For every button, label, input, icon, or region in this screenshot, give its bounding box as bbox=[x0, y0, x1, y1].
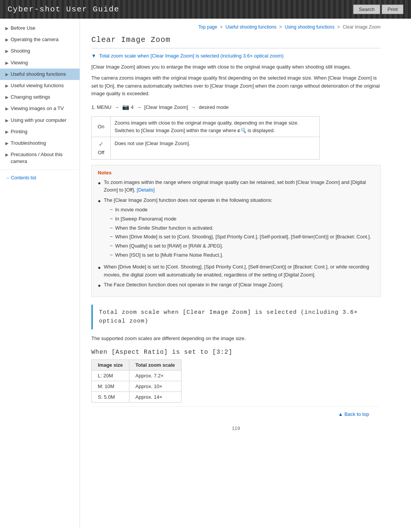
breadcrumb-useful-shooting[interactable]: Useful shooting functions bbox=[225, 24, 276, 30]
arrow-icon: ▶ bbox=[5, 83, 8, 89]
arrow-icon: ▶ bbox=[5, 37, 8, 43]
sidebar-item-label: Before Use bbox=[11, 25, 76, 32]
arrow-icon: ▶ bbox=[5, 118, 8, 123]
step-number: 1. bbox=[91, 104, 97, 110]
blue-bar-section: Total zoom scale when [Clear Image Zoom]… bbox=[91, 305, 381, 329]
zoom-row-3-size: S: 5.0M bbox=[92, 392, 129, 403]
sidebar-item-label: Printing bbox=[11, 128, 76, 135]
aspect-ratio-heading: When [Aspect Ratio] is set to [3:2] bbox=[91, 349, 381, 356]
bullet-icon: ● bbox=[98, 197, 101, 205]
sidebar-item-changing-settings[interactable]: ▶ Changing settings bbox=[0, 91, 80, 103]
note-item-4: ● The Face Detection function does not o… bbox=[98, 281, 374, 290]
table-row-off: ✓ Off Does not use [Clear Image Zoom]. bbox=[92, 137, 320, 160]
arrow-icon: ▶ bbox=[5, 141, 8, 146]
bullet-icon: ● bbox=[98, 264, 101, 272]
zoom-intro: The supported zoom scales are different … bbox=[91, 335, 381, 343]
sidebar-item-shooting[interactable]: ▶ Shooting bbox=[0, 45, 80, 57]
breadcrumb: Top page > Useful shooting functions > U… bbox=[91, 24, 381, 30]
zoom-row-3-scale: Approx. 14× bbox=[129, 392, 181, 403]
breadcrumb-current: Clear Image Zoom bbox=[343, 24, 381, 30]
sub-item-5: −When [Quality] is set to [RAW] or [RAW … bbox=[110, 242, 371, 250]
arrow-icon: ▶ bbox=[5, 72, 8, 77]
arrow-icon: ▶ bbox=[5, 26, 8, 31]
zoom-row-1-size: L: 20M bbox=[92, 371, 129, 381]
sidebar-item-label: Shooting bbox=[11, 48, 76, 54]
note-item-3: ● When [Drive Mode] is set to [Cont. Sho… bbox=[98, 263, 374, 279]
bullet-icon: ● bbox=[98, 179, 101, 187]
zoom-row-2-scale: Approx. 10× bbox=[129, 381, 181, 392]
zoom-row-2-size: M: 10M bbox=[92, 381, 129, 392]
note-text-1: To zoom images within the range where or… bbox=[104, 179, 374, 195]
sub-item-1: −In movie mode bbox=[110, 206, 371, 214]
arrow-icon: ▶ bbox=[5, 106, 8, 112]
arrow-icon: ▶ bbox=[5, 94, 8, 100]
note-text-2: The [Clear Image Zoom] function does not… bbox=[104, 197, 371, 261]
sidebar-item-label: Useful viewing functions bbox=[11, 82, 76, 89]
sidebar-item-label: Troubleshooting bbox=[11, 140, 76, 147]
mode-off-description: Does not use [Clear Image Zoom]. bbox=[111, 137, 320, 160]
sidebar-item-printing[interactable]: ▶ Printing bbox=[0, 126, 80, 137]
bullet-icon: ● bbox=[98, 282, 101, 290]
zoom-table-col1-header: Image size bbox=[92, 360, 129, 371]
intro-paragraph-1: [Clear Image Zoom] allows you to enlarge… bbox=[91, 63, 381, 71]
contents-link-label: Contents list bbox=[11, 175, 36, 181]
sidebar-item-viewing-tv[interactable]: ▶ Viewing images on a TV bbox=[0, 103, 80, 114]
zoom-table-row-2: M: 10M Approx. 10× bbox=[92, 381, 182, 392]
sidebar-item-useful-viewing[interactable]: ▶ Useful viewing functions bbox=[0, 80, 80, 91]
sidebar-item-label: Changing settings bbox=[11, 94, 76, 101]
notes-title: Notes bbox=[98, 170, 374, 176]
step-mode-num: 4 bbox=[131, 104, 134, 110]
sidebar-item-precautions[interactable]: ▶ Precautions / About this camera bbox=[0, 149, 80, 167]
collapsible-section-link[interactable]: ▼ Total zoom scale when [Clear Image Zoo… bbox=[91, 53, 381, 59]
step-1: 1. MENU → 📷 4 → [Clear Image Zoom] → des… bbox=[91, 102, 381, 112]
sidebar: ▶ Before Use ▶ Operating the camera ▶ Sh… bbox=[0, 19, 80, 528]
mode-off-label: ✓ Off bbox=[92, 137, 111, 160]
sidebar-item-label: Viewing bbox=[11, 59, 76, 66]
app-title: Cyber-shot User Guide bbox=[8, 5, 119, 14]
arrow-icon: ▶ bbox=[5, 129, 8, 135]
sidebar-item-useful-shooting[interactable]: ▶ Useful shooting functions bbox=[0, 69, 80, 80]
step-desired-mode: desired mode bbox=[199, 104, 229, 110]
details-link[interactable]: [Details] bbox=[137, 187, 155, 193]
note-text-3: When [Drive Mode] is set to [Cont. Shoot… bbox=[104, 263, 374, 279]
notes-list: ● To zoom images within the range where … bbox=[98, 179, 374, 290]
step-menu: MENU bbox=[97, 104, 111, 110]
zoom-scale-table: Image size Total zoom scale L: 20M Appro… bbox=[91, 359, 182, 403]
sidebar-item-label: Viewing images on a TV bbox=[11, 105, 76, 112]
sidebar-item-viewing[interactable]: ▶ Viewing bbox=[0, 57, 80, 69]
sub-list: −In movie mode −In [Sweep Panorama] mode… bbox=[110, 206, 371, 259]
main-layout: ▶ Before Use ▶ Operating the camera ▶ Sh… bbox=[0, 19, 411, 528]
search-button[interactable]: Search bbox=[353, 5, 380, 14]
sidebar-item-label: Useful shooting functions bbox=[11, 71, 76, 78]
back-to-top-link[interactable]: ▲ Back to top bbox=[338, 411, 369, 417]
sidebar-divider bbox=[0, 169, 80, 170]
intro-paragraph-2: The camera zooms images with the origina… bbox=[91, 74, 381, 98]
step-menu-item: [Clear Image Zoom] bbox=[144, 104, 188, 110]
zoom-row-1-scale: Approx. 7.2× bbox=[129, 371, 181, 381]
arrow-icon: ▶ bbox=[5, 48, 8, 54]
content-area: Top page > Useful shooting functions > U… bbox=[80, 19, 392, 528]
contents-list-link[interactable]: → Contents list bbox=[0, 172, 80, 184]
sidebar-item-troubleshooting[interactable]: ▶ Troubleshooting bbox=[0, 137, 80, 149]
mode-table: On Zooms images with close to the origin… bbox=[91, 116, 320, 160]
sub-item-4: −When [Drive Mode] is set to [Cont. Shoo… bbox=[110, 233, 371, 241]
sidebar-item-before-use[interactable]: ▶ Before Use bbox=[0, 22, 80, 34]
cq-icon: c🔍 bbox=[237, 128, 246, 133]
header: Cyber-shot User Guide Search Print bbox=[0, 0, 411, 19]
print-button[interactable]: Print bbox=[382, 5, 403, 14]
notes-box: Notes ● To zoom images within the range … bbox=[91, 165, 381, 297]
mode-on-label: On bbox=[92, 117, 111, 137]
breadcrumb-using-shooting[interactable]: Using shooting functions bbox=[285, 24, 335, 30]
header-actions: Search Print bbox=[353, 5, 403, 14]
mode-on-text3: is displayed. bbox=[248, 128, 275, 133]
triangle-down-icon: ▼ bbox=[91, 53, 97, 59]
sidebar-item-operating[interactable]: ▶ Operating the camera bbox=[0, 34, 80, 45]
breadcrumb-top[interactable]: Top page bbox=[198, 24, 217, 30]
note-text-4: The Face Detection function does not ope… bbox=[104, 281, 284, 289]
sidebar-item-label: Using with your computer bbox=[11, 117, 76, 124]
table-row-on: On Zooms images with close to the origin… bbox=[92, 117, 320, 137]
page-number: 119 bbox=[91, 422, 381, 435]
camera-icon: 📷 bbox=[122, 104, 129, 110]
note-item-2: ● The [Clear Image Zoom] function does n… bbox=[98, 197, 374, 261]
sidebar-item-using-computer[interactable]: ▶ Using with your computer bbox=[0, 115, 80, 126]
